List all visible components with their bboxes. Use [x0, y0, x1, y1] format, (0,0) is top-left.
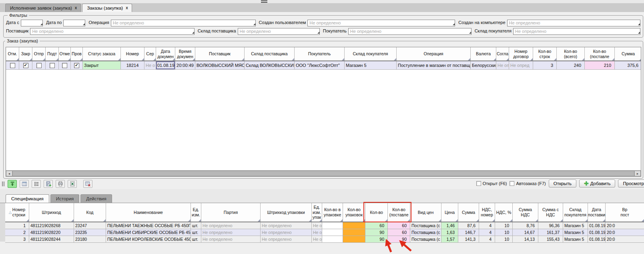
cell[interactable]: 146,7 — [458, 229, 479, 236]
cell[interactable]: 20:0 — [606, 236, 644, 243]
column-header[interactable]: Склад покупателя — [345, 47, 397, 60]
filter-input-buyer[interactable] — [348, 28, 471, 35]
cell[interactable]: 4 — [479, 229, 495, 236]
cell[interactable] — [322, 222, 343, 229]
cell[interactable]: шт. — [191, 236, 201, 243]
scroll-left-icon[interactable]: ◄ — [6, 171, 12, 176]
cell[interactable]: Не определено — [261, 222, 312, 229]
column-header[interactable]: Отме — [59, 47, 71, 60]
tab-actions[interactable]: Действия — [80, 194, 112, 203]
cell[interactable]: 23247 — [74, 222, 106, 229]
column-header[interactable]: Закр — [19, 47, 32, 60]
upload-selected-button[interactable] — [8, 180, 17, 188]
cell[interactable]: Не определено — [201, 236, 261, 243]
cell[interactable]: 20:0 — [606, 222, 644, 229]
recalculate-document-button[interactable] — [44, 180, 53, 188]
cell[interactable]: 14,13 — [513, 236, 538, 243]
column-header[interactable]: Кол-во (поставле — [388, 203, 410, 222]
cell[interactable] — [6, 61, 19, 70]
cell[interactable]: Не о — [144, 61, 156, 70]
column-header[interactable]: Вид цен — [410, 203, 441, 222]
table-row[interactable]: 3481121902824423180ПЕЛЬМЕНИ КОРОЛЕВСКИЕ … — [5, 236, 644, 243]
cell[interactable]: Не оп — [312, 236, 322, 243]
tab-history[interactable]: История — [50, 194, 80, 203]
table-row[interactable]: Закрыт18214Не о01.08.1920:00:49ВОЛКОВЫСС… — [6, 61, 641, 70]
checkbox-autoorder-f7[interactable]: Автозаказ (F7) — [510, 181, 546, 186]
cell[interactable]: 90 — [388, 236, 410, 243]
cell[interactable]: 141,3 — [458, 236, 479, 243]
splitter-handle-icon[interactable] — [2, 181, 4, 186]
cell[interactable]: ПЕЛЬМЕНИ СИБИРСКИЕ ОСОБЫЕ РБ 45 — [106, 229, 191, 236]
table-row[interactable]: 1481121902826823247ПЕЛЬМЕНИ ТАЕЖНЫЕ ОСОБ… — [5, 222, 644, 229]
column-header[interactable]: НДС, номер — [479, 203, 495, 222]
cell[interactable] — [46, 61, 59, 70]
cell[interactable]: 1 — [5, 222, 29, 229]
cell[interactable] — [343, 222, 365, 229]
cell[interactable] — [71, 61, 83, 70]
cell[interactable]: 90 — [365, 236, 388, 243]
cell[interactable]: 210 — [585, 61, 615, 70]
cell[interactable]: Не определено — [261, 236, 312, 243]
table-row[interactable]: 2481121902822023235ПЕЛЬМЕНИ СИБИРСКИЕ ОС… — [5, 229, 644, 236]
checkbox[interactable] — [36, 63, 42, 68]
cell[interactable]: Не опред — [509, 61, 533, 70]
cell[interactable]: 4811219028220 — [29, 229, 74, 236]
column-header[interactable]: Склад поставщика — [245, 47, 295, 60]
column-header[interactable]: Валюта — [471, 47, 496, 60]
column-header[interactable]: Отм. — [6, 47, 19, 60]
add-button[interactable]: ✚ Добавить — [579, 179, 616, 187]
cell[interactable]: Не определено — [201, 229, 261, 236]
cell[interactable]: 375,6 — [615, 61, 641, 70]
column-header[interactable]: Операция — [397, 47, 471, 60]
cell[interactable]: Не оп — [312, 222, 322, 229]
cell[interactable] — [322, 229, 343, 236]
cell[interactable]: 4811219028268 — [29, 222, 74, 229]
cell[interactable]: 23180 — [74, 236, 106, 243]
tab-orders-purchase[interactable]: Заказы (закупка) x — [82, 4, 132, 12]
cell[interactable]: 8,76 — [513, 222, 538, 229]
cell[interactable]: 2 — [5, 229, 29, 236]
column-header[interactable]: Кол-во упаковок — [343, 203, 365, 222]
filter-input-created-on-computer[interactable] — [507, 20, 640, 26]
checkbox-icon[interactable] — [510, 181, 514, 186]
tab-requests-execution[interactable]: Исполнение заявок (закупка) x — [5, 4, 81, 12]
column-header[interactable]: Сумма НДС — [513, 203, 538, 222]
cell[interactable]: Поступление в магазин от поставщик — [397, 61, 471, 70]
cell[interactable]: 4811219028244 — [29, 236, 74, 243]
cell[interactable]: 155,43 — [538, 236, 563, 243]
print-button[interactable] — [56, 180, 65, 188]
column-header[interactable]: Кол-во строк — [533, 47, 557, 60]
cell[interactable] — [343, 236, 365, 243]
cell[interactable]: ВОЛКОВЫССКИЙ МЯСО — [195, 61, 245, 70]
filter-input-date-from[interactable] — [21, 20, 43, 26]
cell[interactable]: 14,67 — [513, 229, 538, 236]
cell[interactable]: Поставщика (с — [410, 236, 441, 243]
cell[interactable] — [322, 236, 343, 243]
filter-input-date-to[interactable] — [63, 20, 85, 26]
tab-specification[interactable]: Спецификация — [6, 194, 49, 203]
cell[interactable]: шт. — [191, 222, 201, 229]
filter-input-created-by-user[interactable] — [307, 20, 455, 26]
cell[interactable]: ПЕЛЬМЕНИ ТАЕЖНЫЕ ОСОБЫЕ РБ 450Г — [106, 222, 191, 229]
cell[interactable]: 1,46 — [441, 222, 458, 229]
checkbox[interactable] — [10, 63, 15, 68]
column-header[interactable]: Поставщик — [195, 47, 245, 60]
column-header[interactable]: Сер — [144, 47, 156, 60]
cell[interactable] — [343, 229, 365, 236]
cell[interactable]: 3 — [5, 236, 29, 243]
column-header[interactable]: Отпр — [32, 47, 46, 60]
column-header[interactable]: Наименование — [106, 203, 191, 222]
sort-ascending-icon[interactable]: △ — [9, 210, 12, 215]
export-excel-button[interactable] — [68, 180, 77, 188]
column-header[interactable]: Кол-во — [365, 203, 388, 222]
checkbox-icon[interactable] — [476, 181, 481, 186]
filter-input-buyer-warehouse[interactable] — [513, 28, 640, 35]
cell[interactable]: 1,63 — [441, 229, 458, 236]
column-header[interactable]: Штрихкод упаковки — [261, 203, 312, 222]
cell[interactable]: Поставщика (с — [410, 229, 441, 236]
cell[interactable]: Поставщика (с — [410, 222, 441, 229]
column-header[interactable]: Ед. изм. упак — [312, 203, 322, 222]
row-selector-gutter[interactable] — [0, 203, 5, 242]
cell[interactable]: 10 — [495, 222, 513, 229]
close-icon[interactable]: x — [75, 6, 77, 10]
